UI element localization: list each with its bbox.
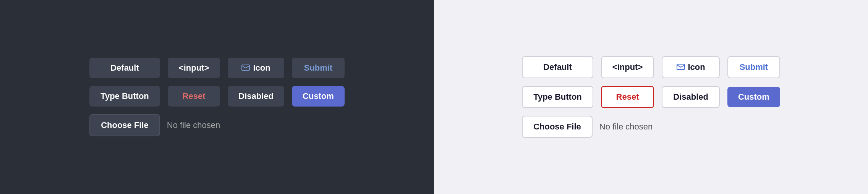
dark-submit-button[interactable]: Submit (292, 58, 345, 78)
light-input-button[interactable]: <input> (601, 56, 654, 78)
envelope-icon (241, 63, 250, 73)
light-type-button[interactable]: Type Button (522, 86, 593, 108)
light-disabled-button: Disabled (662, 86, 720, 108)
dark-panel: Default <input> Icon Submit Type Button … (0, 0, 434, 194)
dark-type-button[interactable]: Type Button (89, 86, 160, 107)
light-icon-button[interactable]: Icon (662, 56, 720, 78)
dark-icon-button[interactable]: Icon (228, 58, 284, 78)
dark-no-file-label: No file chosen (167, 120, 220, 130)
light-submit-button[interactable]: Submit (727, 56, 780, 78)
light-button-grid: Default <input> Icon Submit Type Button … (522, 56, 780, 138)
light-no-file-label: No file chosen (599, 122, 653, 132)
light-default-button[interactable]: Default (522, 56, 593, 78)
dark-reset-button[interactable]: Reset (168, 86, 220, 107)
dark-icon-button-label: Icon (253, 63, 270, 73)
light-reset-button[interactable]: Reset (601, 86, 654, 108)
dark-default-button[interactable]: Default (89, 58, 160, 78)
dark-input-button[interactable]: <input> (168, 58, 220, 78)
dark-file-row: Choose File No file chosen (89, 114, 220, 136)
dark-disabled-button: Disabled (228, 86, 284, 107)
dark-button-grid: Default <input> Icon Submit Type Button … (89, 58, 345, 136)
dark-choose-file-button[interactable]: Choose File (89, 114, 160, 136)
light-panel: Default <input> Icon Submit Type Button … (434, 0, 868, 194)
envelope-icon-light (677, 62, 685, 72)
light-file-row: Choose File No file chosen (522, 116, 654, 138)
dark-custom-button[interactable]: Custom (292, 86, 345, 107)
light-choose-file-button[interactable]: Choose File (522, 116, 593, 138)
light-custom-button[interactable]: Custom (727, 87, 780, 107)
light-icon-button-label: Icon (688, 62, 705, 72)
